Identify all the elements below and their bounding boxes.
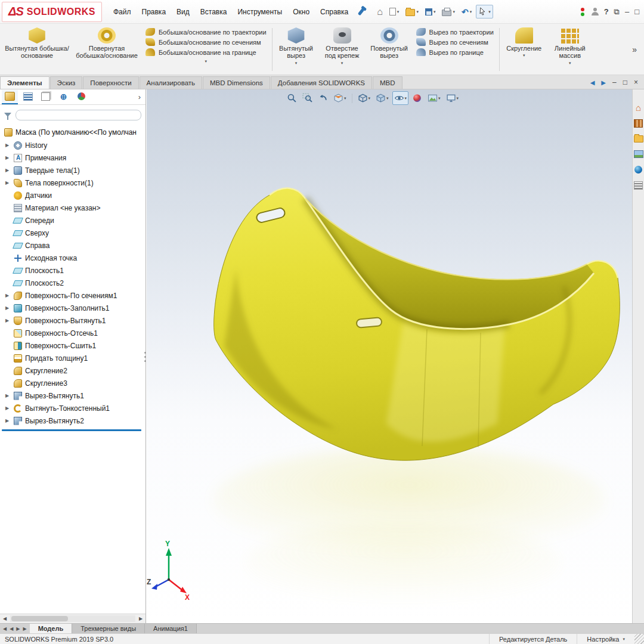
rollback-bar[interactable] <box>2 429 141 431</box>
tab-addins[interactable]: Добавления SOLIDWORKS <box>271 76 372 89</box>
expand-arrow-icon[interactable]: ▶ <box>5 306 11 311</box>
feature-tree-item[interactable]: ▶ Датчики <box>0 189 145 202</box>
tab-model[interactable]: Модель <box>30 624 73 633</box>
last-tab-icon[interactable]: ▶ <box>23 626 26 631</box>
hide-show-items-icon[interactable]: ▾ <box>392 91 409 105</box>
panel-horizontal-scrollbar[interactable]: ◀ ▶ <box>0 614 145 623</box>
feature-tree-item[interactable]: ▶ Поверхность-Заполнить1 <box>0 302 145 314</box>
feature-tree-root[interactable]: Маска (По умолчанию<<По умолчан <box>0 126 145 139</box>
propertymanager-tab-icon[interactable] <box>20 90 36 104</box>
fillet-button[interactable]: Скругление ▾ <box>501 26 547 73</box>
tab-mbd[interactable]: MBD <box>373 76 402 89</box>
tab-mbd-dimensions[interactable]: MBD Dimensions <box>203 76 270 89</box>
tab-features[interactable]: Элементы <box>0 76 49 89</box>
feature-tree-item[interactable]: ▶ Исходная точка <box>0 252 145 264</box>
new-document-icon[interactable]: ▾ <box>387 5 402 18</box>
menu-edit[interactable]: Правка <box>137 5 172 19</box>
feature-tree-item[interactable]: ▶ Поверхность-Вытянуть1 <box>0 314 145 327</box>
doc-restore-icon[interactable]: □ <box>623 78 627 86</box>
lofted-boss-button[interactable]: Бобышка/основание по сечениям <box>145 38 267 46</box>
expand-arrow-icon[interactable]: ▶ <box>5 318 11 323</box>
feature-tree-item[interactable]: ▶ Скругление2 <box>0 364 145 377</box>
tree-filter-input[interactable] <box>16 110 141 120</box>
restore-icon[interactable]: ⧉ <box>614 7 620 17</box>
previous-view-icon[interactable] <box>316 91 330 105</box>
minimize-icon[interactable]: – <box>625 7 629 16</box>
feature-tree-item[interactable]: ▶ Скругление3 <box>0 377 145 389</box>
filter-funnel-icon[interactable] <box>4 113 11 117</box>
tab-evaluate[interactable]: Анализировать <box>140 76 202 89</box>
scroll-track[interactable] <box>10 615 135 622</box>
linear-pattern-button[interactable]: Линейный массив ▾ <box>547 26 593 73</box>
ribbon-overflow-button[interactable]: » <box>627 45 642 54</box>
view-palette-icon[interactable] <box>634 150 643 158</box>
expand-arrow-icon[interactable]: ▶ <box>5 419 11 423</box>
scroll-thumb[interactable] <box>11 616 68 621</box>
open-icon[interactable]: ▾ <box>403 5 421 18</box>
user-icon[interactable] <box>591 8 599 16</box>
design-library-icon[interactable] <box>634 119 643 128</box>
boundary-boss-button[interactable]: Бобышка/основание на границе <box>145 48 267 56</box>
feature-tree-item[interactable]: ▶ Плоскость1 <box>0 264 145 277</box>
next-doc-icon[interactable]: ▶ <box>601 79 606 86</box>
expand-arrow-icon[interactable]: ▶ <box>5 143 11 148</box>
expand-arrow-icon[interactable]: ▶ <box>5 394 11 398</box>
menu-insert[interactable]: Вставка <box>195 5 233 19</box>
file-explorer-icon[interactable] <box>634 135 643 143</box>
menu-help[interactable]: Справка <box>315 5 354 19</box>
feature-tree-item[interactable]: ▶ Поверхность-Сшить1 <box>0 339 145 352</box>
feature-tree-item[interactable]: ▶ Сверху <box>0 227 145 239</box>
scroll-right-icon[interactable]: ▶ <box>136 616 145 621</box>
prev-doc-icon[interactable]: ◀ <box>590 79 595 86</box>
feature-tree-item[interactable]: ▶ Вытянуть-Тонкостенный1 <box>0 402 145 414</box>
view-orientation-icon[interactable]: ▾ <box>356 91 373 105</box>
home-icon[interactable]: ⌂ <box>374 5 385 18</box>
feature-tree-item[interactable]: ▶ Поверхность-По сечениям1 <box>0 289 145 302</box>
graphics-viewport[interactable]: ▾ ▾ ▾ ▾ ▾ ▾ <box>147 89 632 623</box>
feature-tree-item[interactable]: ▶ Спереди <box>0 214 145 227</box>
edit-appearance-icon[interactable] <box>410 91 424 105</box>
tab-animation1[interactable]: Анимация1 <box>145 624 197 633</box>
menu-file[interactable]: Файл <box>108 5 137 19</box>
featuremanager-tab-icon[interactable] <box>2 90 18 104</box>
prev-tab-icon[interactable]: ◀ <box>10 626 13 631</box>
next-tab-icon[interactable]: ▶ <box>16 626 20 631</box>
hole-wizard-button[interactable]: Отверстие под крепеж ▾ <box>318 26 366 73</box>
feature-tree-item[interactable]: ▶ Твердые тела(1) <box>0 164 145 177</box>
feature-tree-item[interactable]: ▶ Вырез-Вытянуть2 <box>0 414 145 427</box>
feature-tree-item[interactable]: ▶ Поверхность-Отсечь1 <box>0 327 145 339</box>
doc-close-icon[interactable]: × <box>634 78 638 86</box>
status-customize[interactable]: Настройка▾ <box>577 634 634 644</box>
model-3d-view[interactable]: Y X Z <box>147 89 632 623</box>
zoom-area-icon[interactable] <box>301 91 314 105</box>
displaymanager-tab-icon[interactable] <box>73 90 89 104</box>
boss-stack-caret-icon[interactable]: ▾ <box>205 59 208 64</box>
configurationmanager-tab-icon[interactable] <box>38 90 54 104</box>
feature-tree-item[interactable]: ▶ History <box>0 139 145 151</box>
extruded-cut-button[interactable]: Вытянутый вырез ▾ <box>274 26 318 73</box>
undo-icon[interactable]: ↶▾ <box>459 6 474 18</box>
swept-cut-button[interactable]: Вырез по траектории <box>416 28 494 36</box>
swept-boss-button[interactable]: Бобышка/основание по траектории <box>145 28 267 36</box>
first-tab-icon[interactable]: ◀ <box>3 626 7 631</box>
menu-window[interactable]: Окно <box>287 5 315 19</box>
section-view-icon[interactable]: ▾ <box>332 91 348 105</box>
panel-expand-icon[interactable]: › <box>135 92 144 101</box>
expand-arrow-icon[interactable]: ▶ <box>5 293 11 298</box>
lofted-cut-button[interactable]: Вырез по сечениям <box>416 38 494 46</box>
extruded-boss-button[interactable]: Вытянутая бобышка/основание <box>2 26 72 73</box>
status-lights-icon[interactable] <box>581 8 584 16</box>
expand-arrow-icon[interactable]: ▶ <box>5 168 11 173</box>
feature-tree-item[interactable]: ▶ Примечания <box>0 151 145 164</box>
expand-arrow-icon[interactable]: ▶ <box>5 406 11 411</box>
resources-home-icon[interactable]: ⌂ <box>636 104 641 112</box>
resize-grip-icon[interactable] <box>634 634 644 644</box>
select-cursor-icon[interactable]: ▾ <box>476 5 493 18</box>
expand-arrow-icon[interactable]: ▶ <box>5 156 11 160</box>
save-icon[interactable]: ▾ <box>423 6 438 18</box>
revolved-boss-button[interactable]: Повернутая бобышка/основание <box>72 26 142 73</box>
tab-sketch[interactable]: Эскиз <box>50 76 83 89</box>
menu-view[interactable]: Вид <box>171 5 195 19</box>
feature-tree-item[interactable]: ▶ Справа <box>0 239 145 252</box>
boundary-cut-button[interactable]: Вырез по границе <box>416 48 494 56</box>
